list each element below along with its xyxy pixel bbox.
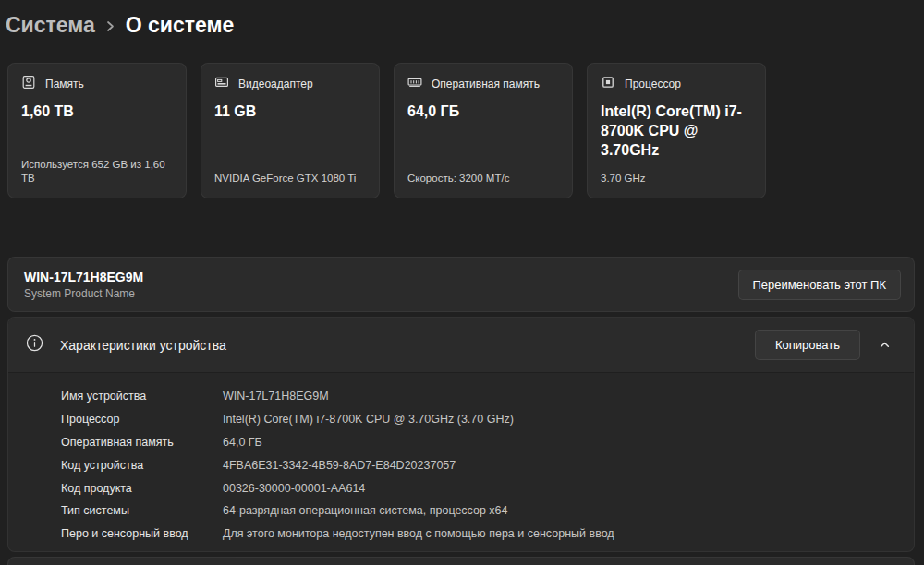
spec-value: 64-разрядная операционная система, проце…	[223, 504, 895, 517]
spec-label: Код продукта	[61, 482, 223, 495]
spec-label: Имя устройства	[61, 390, 223, 403]
gpu-card: Видеоадаптер 11 GB NVIDIA GeForce GTX 10…	[201, 63, 380, 198]
card-value: Intel(R) Core(TM) i7-8700K CPU @ 3.70GHz	[601, 102, 752, 160]
spec-row-device-name: Имя устройства WIN-17L71H8EG9M	[61, 385, 895, 408]
card-subtext: Используется 652 GB из 1,60 TB	[21, 158, 173, 186]
spec-value: 64,0 ГБ	[223, 436, 895, 449]
storage-card: Память 1,60 TB Используется 652 GB из 1,…	[7, 63, 187, 198]
card-title: Видеоадаптер	[238, 78, 313, 90]
device-name: WIN-17L71H8EG9M	[24, 270, 143, 285]
ram-card: Оперативная память 64,0 ГБ Скорость: 320…	[394, 63, 573, 198]
card-title: Оперативная память	[432, 78, 540, 90]
spec-row-system-type: Тип системы 64-разрядная операционная си…	[61, 499, 895, 523]
device-identity: WIN-17L71H8EG9M System Product Name	[24, 270, 143, 300]
spec-label: Оперативная память	[61, 436, 223, 449]
ram-icon	[407, 75, 422, 92]
spec-label: Тип системы	[61, 504, 223, 517]
card-value: 64,0 ГБ	[407, 102, 559, 121]
spec-row-pen-touch: Перо и сенсорный ввод Для этого монитора…	[61, 523, 895, 546]
spec-value: Intel(R) Core(TM) i7-8700K CPU @ 3.70GHz…	[223, 413, 895, 426]
card-subtext: Скорость: 3200 МТ/с	[407, 172, 559, 186]
card-subtext: NVIDIA GeForce GTX 1080 Ti	[214, 172, 366, 186]
spec-value: WIN-17L71H8EG9M	[223, 390, 895, 403]
copy-button[interactable]: Копировать	[755, 330, 860, 360]
chevron-right-icon	[105, 18, 116, 34]
storage-icon	[21, 75, 36, 92]
device-specs-expander: Характеристики устройства Копировать Имя…	[7, 317, 915, 552]
spec-row-device-id: Код устройства 4FBA6E31-3342-4B59-8AD7-E…	[61, 453, 895, 476]
card-value: 1,60 TB	[21, 102, 173, 121]
spec-value: Для этого монитора недоступен ввод с пом…	[223, 527, 895, 540]
spec-row-ram: Оперативная память 64,0 ГБ	[61, 431, 895, 454]
breadcrumb: Система О системе	[6, 13, 234, 38]
spec-label: Перо и сенсорный ввод	[61, 527, 223, 540]
device-product-name: System Product Name	[24, 287, 143, 300]
cpu-card: Процессор Intel(R) Core(TM) i7-8700K CPU…	[587, 63, 766, 198]
page-title: О системе	[126, 13, 235, 38]
device-specs-list: Имя устройства WIN-17L71H8EG9M Процессор…	[8, 373, 914, 546]
device-specs-title: Характеристики устройства	[60, 338, 226, 353]
spec-row-product-id: Код продукта 00326-30000-00001-AA614	[61, 476, 895, 499]
spec-row-processor: Процессор Intel(R) Core(TM) i7-8700K CPU…	[61, 408, 895, 431]
spec-value: 00326-30000-00001-AA614	[223, 482, 895, 495]
card-subtext: 3.70 GHz	[601, 172, 752, 186]
device-name-card: WIN-17L71H8EG9M System Product Name Пере…	[7, 257, 915, 312]
chevron-up-icon[interactable]	[872, 333, 897, 356]
card-value: 11 GB	[214, 102, 366, 121]
cpu-icon	[601, 75, 615, 92]
gpu-icon	[214, 75, 229, 92]
info-cards-row: Память 1,60 TB Используется 652 GB из 1,…	[7, 63, 766, 198]
breadcrumb-parent[interactable]: Система	[6, 13, 95, 38]
card-title: Память	[45, 78, 84, 90]
rename-pc-button[interactable]: Переименовать этот ПК	[738, 270, 902, 300]
spec-value: 4FBA6E31-3342-4B59-8AD7-E84D20237057	[223, 459, 895, 472]
spec-label: Код устройства	[61, 459, 223, 472]
device-specs-header[interactable]: Характеристики устройства Копировать	[8, 318, 914, 373]
next-section-card-sliver	[7, 557, 915, 565]
info-icon	[26, 334, 43, 355]
spec-label: Процессор	[61, 413, 223, 426]
card-title: Процессор	[625, 78, 681, 90]
